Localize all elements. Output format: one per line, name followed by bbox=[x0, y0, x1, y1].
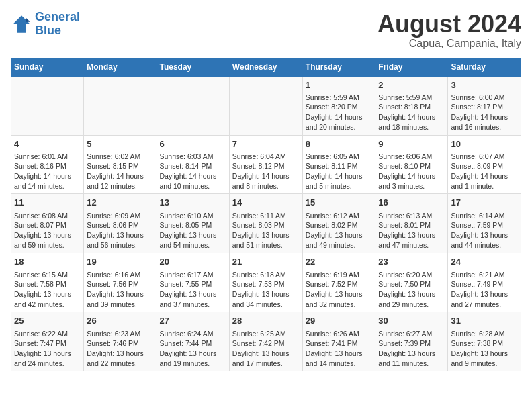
day-info: and 5 minutes. bbox=[306, 181, 373, 191]
day-info: and 39 minutes. bbox=[87, 300, 153, 310]
title-block: August 2024 Capua, Campania, Italy bbox=[378, 11, 521, 50]
calendar-cell: 13Sunrise: 6:10 AMSunset: 8:05 PMDayligh… bbox=[157, 194, 229, 253]
day-info: Daylight: 13 hours bbox=[160, 289, 226, 300]
day-info: Sunset: 7:50 PM bbox=[378, 279, 445, 289]
day-info: Sunrise: 6:19 AM bbox=[306, 270, 373, 280]
day-info: Sunrise: 6:07 AM bbox=[451, 152, 518, 162]
day-info: and 42 minutes. bbox=[14, 300, 81, 310]
day-number: 4 bbox=[14, 138, 81, 150]
day-info: Daylight: 13 hours bbox=[232, 230, 300, 240]
weekday-header-wednesday: Wednesday bbox=[229, 58, 302, 76]
calendar-cell: 21Sunrise: 6:18 AMSunset: 7:53 PMDayligh… bbox=[229, 253, 302, 312]
day-info: Sunrise: 6:04 AM bbox=[232, 152, 300, 162]
day-info: Daylight: 13 hours bbox=[14, 230, 81, 240]
day-info: Daylight: 14 hours bbox=[232, 171, 300, 181]
day-info: Daylight: 13 hours bbox=[451, 349, 518, 359]
day-info: and 10 minutes. bbox=[160, 181, 226, 191]
day-info: Daylight: 13 hours bbox=[232, 349, 300, 359]
calendar-cell: 3Sunrise: 6:00 AMSunset: 8:17 PMDaylight… bbox=[448, 76, 521, 135]
day-info: Daylight: 13 hours bbox=[378, 289, 445, 300]
calendar-cell bbox=[84, 76, 157, 135]
day-info: Daylight: 14 hours bbox=[378, 112, 445, 122]
day-info: Sunset: 7:52 PM bbox=[306, 279, 373, 289]
day-info: Daylight: 14 hours bbox=[306, 171, 373, 181]
day-info: Sunrise: 6:15 AM bbox=[14, 270, 81, 280]
day-info: Sunrise: 6:21 AM bbox=[451, 270, 518, 280]
day-info: Sunset: 7:44 PM bbox=[160, 338, 226, 349]
day-info: Sunrise: 6:28 AM bbox=[451, 329, 518, 339]
day-info: Sunset: 8:05 PM bbox=[160, 220, 226, 230]
day-info: Sunrise: 6:25 AM bbox=[232, 329, 300, 339]
day-info: Sunset: 7:53 PM bbox=[232, 279, 300, 289]
day-info: Sunrise: 6:10 AM bbox=[160, 211, 226, 221]
day-info: Sunrise: 6:13 AM bbox=[378, 211, 445, 221]
weekday-header-monday: Monday bbox=[84, 58, 157, 76]
calendar-cell: 26Sunrise: 6:23 AMSunset: 7:46 PMDayligh… bbox=[84, 312, 157, 371]
day-number: 14 bbox=[232, 197, 300, 209]
subtitle: Capua, Campania, Italy bbox=[378, 38, 521, 50]
day-info: Sunrise: 6:18 AM bbox=[232, 270, 300, 280]
day-info: and 54 minutes. bbox=[160, 240, 226, 250]
logo: General Blue bbox=[11, 11, 80, 38]
day-number: 23 bbox=[378, 256, 445, 268]
day-number: 13 bbox=[160, 197, 226, 209]
day-info: Sunrise: 6:14 AM bbox=[451, 211, 518, 221]
day-info: and 19 minutes. bbox=[160, 359, 226, 369]
day-info: and 44 minutes. bbox=[451, 240, 518, 250]
day-info: and 49 minutes. bbox=[306, 240, 373, 250]
week-row-3: 11Sunrise: 6:08 AMSunset: 8:07 PMDayligh… bbox=[11, 194, 521, 253]
day-number: 17 bbox=[451, 197, 518, 209]
day-info: Sunset: 8:07 PM bbox=[14, 220, 81, 230]
day-info: Sunrise: 6:16 AM bbox=[87, 270, 153, 280]
day-info: Sunrise: 6:20 AM bbox=[378, 270, 445, 280]
calendar-cell: 12Sunrise: 6:09 AMSunset: 8:06 PMDayligh… bbox=[84, 194, 157, 253]
day-info: Sunset: 8:20 PM bbox=[306, 102, 373, 112]
day-info: Daylight: 13 hours bbox=[232, 289, 300, 300]
day-info: Sunset: 8:03 PM bbox=[232, 220, 300, 230]
day-number: 31 bbox=[451, 315, 518, 327]
day-info: Sunrise: 6:22 AM bbox=[14, 329, 81, 339]
day-info: Daylight: 13 hours bbox=[451, 289, 518, 300]
day-number: 29 bbox=[306, 315, 373, 327]
day-number: 7 bbox=[232, 138, 300, 150]
day-info: Sunset: 7:39 PM bbox=[378, 338, 445, 349]
calendar-cell: 5Sunrise: 6:02 AMSunset: 8:15 PMDaylight… bbox=[84, 135, 157, 194]
week-row-5: 25Sunrise: 6:22 AMSunset: 7:47 PMDayligh… bbox=[11, 312, 521, 371]
calendar-cell bbox=[11, 76, 84, 135]
calendar-cell: 30Sunrise: 6:27 AMSunset: 7:39 PMDayligh… bbox=[375, 312, 448, 371]
day-info: Sunrise: 6:02 AM bbox=[87, 152, 153, 162]
day-info: Daylight: 13 hours bbox=[378, 349, 445, 359]
day-info: Sunset: 8:01 PM bbox=[378, 220, 445, 230]
day-info: Sunrise: 6:11 AM bbox=[232, 211, 300, 221]
weekday-header-friday: Friday bbox=[375, 58, 448, 76]
day-info: Daylight: 13 hours bbox=[160, 349, 226, 359]
day-number: 16 bbox=[378, 197, 445, 209]
calendar-cell: 22Sunrise: 6:19 AMSunset: 7:52 PMDayligh… bbox=[302, 253, 375, 312]
page-header: General Blue August 2024 Capua, Campania… bbox=[11, 11, 521, 50]
day-info: Daylight: 13 hours bbox=[160, 230, 226, 240]
day-info: Sunrise: 6:17 AM bbox=[160, 270, 226, 280]
svg-marker-0 bbox=[13, 15, 30, 33]
calendar-cell: 20Sunrise: 6:17 AMSunset: 7:55 PMDayligh… bbox=[157, 253, 229, 312]
calendar-cell: 31Sunrise: 6:28 AMSunset: 7:38 PMDayligh… bbox=[448, 312, 521, 371]
day-info: Sunset: 7:46 PM bbox=[87, 338, 153, 349]
calendar-cell: 16Sunrise: 6:13 AMSunset: 8:01 PMDayligh… bbox=[375, 194, 448, 253]
day-info: Sunset: 8:16 PM bbox=[14, 161, 81, 171]
day-info: Sunset: 7:38 PM bbox=[451, 338, 518, 349]
calendar-cell: 18Sunrise: 6:15 AMSunset: 7:58 PMDayligh… bbox=[11, 253, 84, 312]
weekday-header-tuesday: Tuesday bbox=[157, 58, 229, 76]
day-info: Sunset: 7:47 PM bbox=[14, 338, 81, 349]
day-number: 3 bbox=[451, 79, 518, 91]
day-info: Sunset: 8:17 PM bbox=[451, 102, 518, 112]
day-info: and 8 minutes. bbox=[232, 181, 300, 191]
day-info: Sunset: 8:15 PM bbox=[87, 161, 153, 171]
day-info: Sunrise: 6:08 AM bbox=[14, 211, 81, 221]
day-info: Sunrise: 6:23 AM bbox=[87, 329, 153, 339]
logo-line1: General bbox=[35, 10, 80, 24]
day-number: 10 bbox=[451, 138, 518, 150]
day-info: Daylight: 14 hours bbox=[378, 171, 445, 181]
day-info: Daylight: 13 hours bbox=[306, 349, 373, 359]
day-info: Daylight: 14 hours bbox=[160, 171, 226, 181]
day-number: 11 bbox=[14, 197, 81, 209]
day-info: Sunset: 8:11 PM bbox=[306, 161, 373, 171]
